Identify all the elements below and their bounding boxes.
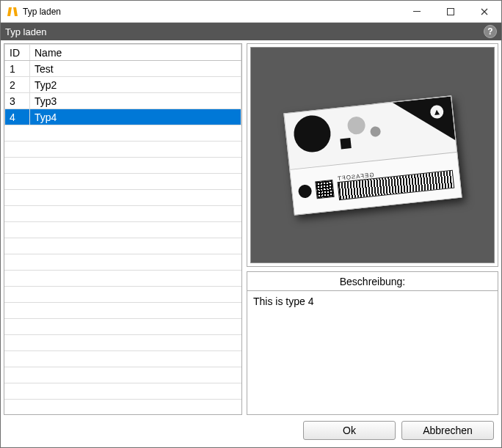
cancel-button[interactable]: Abbrechen [401,421,494,440]
content-area: ID Name 1Test2Typ23Typ34Typ4 [1,40,501,418]
app-icon [7,6,18,18]
type-table[interactable]: ID Name 1Test2Typ23Typ34Typ4 [4,44,241,125]
maximize-button[interactable] [434,1,468,23]
cell-id: 2 [5,77,30,93]
window-title: Typ laden [23,7,61,17]
column-header-name[interactable]: Name [30,45,241,61]
preview-image: ▲ GEFASOFT [250,47,495,263]
qr-code-icon [315,179,334,198]
minimize-button[interactable] [400,1,434,23]
svg-rect-1 [448,8,454,15]
table-row[interactable]: 2Typ2 [5,77,241,93]
table-empty-area [4,125,241,414]
cell-name: Typ4 [30,109,241,125]
help-icon[interactable]: ? [484,25,497,38]
type-list-panel: ID Name 1Test2Typ23Typ34Typ4 [4,43,242,415]
cell-name: Test [30,61,241,77]
description-text: This is type 4 [247,291,498,414]
cell-id: 3 [5,93,30,109]
table-row[interactable]: 3Typ3 [5,93,241,109]
dialog-window: Typ laden Typ laden ? ID Name [0,0,502,448]
description-panel: Beschreibung: This is type 4 [247,271,498,415]
right-column: ▲ GEFASOFT [247,43,498,415]
column-header-id[interactable]: ID [5,45,30,61]
preview-panel: ▲ GEFASOFT [247,43,498,267]
cell-name: Typ2 [30,77,241,93]
maximize-icon [447,8,454,15]
ok-button[interactable]: Ok [303,421,396,440]
button-bar: Ok Abbrechen [1,418,501,447]
svg-rect-0 [413,11,421,12]
subheader: Typ laden ? [1,23,501,40]
subheader-title: Typ laden [5,26,46,37]
titlebar: Typ laden [1,1,501,23]
table-row[interactable]: 1Test [5,61,241,77]
minimize-icon [413,8,421,15]
close-icon [481,8,488,15]
description-label: Beschreibung: [247,272,498,291]
cell-id: 1 [5,61,30,77]
table-row[interactable]: 4Typ4 [5,109,241,125]
cell-name: Typ3 [30,93,241,109]
close-button[interactable] [468,1,501,23]
cell-id: 4 [5,109,30,125]
